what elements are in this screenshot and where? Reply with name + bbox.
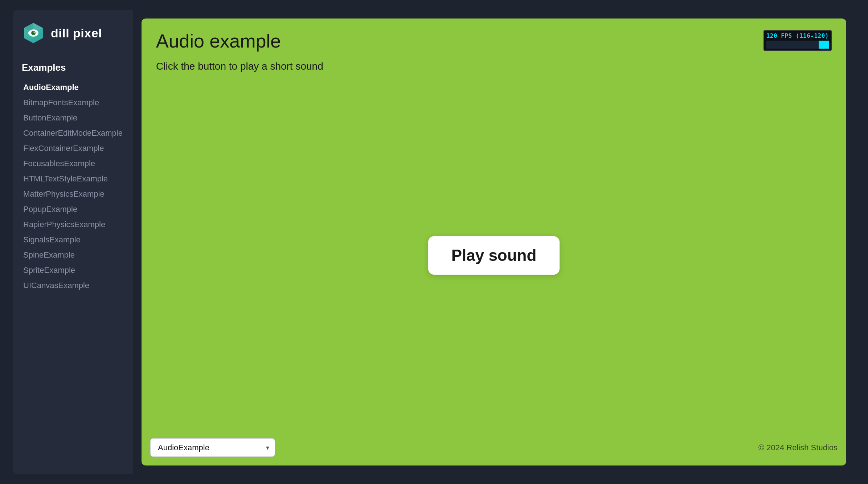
sidebar-item-flex-container[interactable]: FlexContainerExample bbox=[22, 141, 124, 155]
fps-bar bbox=[819, 41, 829, 49]
canvas-area: Audio example 120 FPS (116-120) Click th… bbox=[142, 19, 846, 465]
sidebar-item-audio-example[interactable]: AudioExample bbox=[22, 81, 124, 94]
sidebar: dill pixel Examples AudioExample BitmapF… bbox=[13, 10, 133, 474]
sidebar-item-focusables[interactable]: FocusablesExample bbox=[22, 157, 124, 171]
sidebar-nav: AudioExample BitmapFontsExample ButtonEx… bbox=[22, 81, 124, 292]
dill-pixel-logo-icon bbox=[22, 21, 45, 45]
app-container: dill pixel Examples AudioExample BitmapF… bbox=[13, 10, 855, 474]
scene-select-wrapper: AudioExample BitmapFontsExample ButtonEx… bbox=[150, 438, 275, 457]
sidebar-item-html-text[interactable]: HTMLTextStyleExample bbox=[22, 172, 124, 186]
sidebar-item-popup[interactable]: PopupExample bbox=[22, 202, 124, 216]
copyright-text: © 2024 Relish Studios bbox=[758, 443, 838, 452]
fps-counter: 120 FPS (116-120) bbox=[763, 30, 832, 51]
canvas-center-area: Play sound bbox=[142, 79, 846, 431]
sidebar-item-sprite[interactable]: SpriteExample bbox=[22, 263, 124, 277]
canvas-subtitle: Click the button to play a short sound bbox=[142, 61, 846, 72]
scene-select[interactable]: AudioExample BitmapFontsExample ButtonEx… bbox=[150, 438, 275, 457]
sidebar-item-matter-physics[interactable]: MatterPhysicsExample bbox=[22, 187, 124, 201]
canvas-header: Audio example 120 FPS (116-120) bbox=[142, 19, 846, 61]
sidebar-logo: dill pixel bbox=[22, 21, 124, 45]
app-title: dill pixel bbox=[51, 26, 102, 40]
fps-bar-container bbox=[766, 41, 829, 49]
sidebar-item-button[interactable]: ButtonExample bbox=[22, 111, 124, 125]
main-content: Audio example 120 FPS (116-120) Click th… bbox=[133, 10, 855, 474]
sidebar-section-title: Examples bbox=[22, 62, 124, 73]
sidebar-item-bitmap-fonts[interactable]: BitmapFontsExample bbox=[22, 96, 124, 110]
play-sound-button[interactable]: Play sound bbox=[428, 236, 560, 275]
canvas-title: Audio example bbox=[156, 30, 281, 52]
fps-label: 120 FPS (116-120) bbox=[766, 32, 829, 39]
sidebar-item-spine[interactable]: SpineExample bbox=[22, 248, 124, 262]
sidebar-item-signals[interactable]: SignalsExample bbox=[22, 233, 124, 247]
sidebar-item-container-edit[interactable]: ContainerEditModeExample bbox=[22, 126, 124, 140]
sidebar-item-ui-canvas[interactable]: UICanvasExample bbox=[22, 279, 124, 292]
canvas-footer: AudioExample BitmapFontsExample ButtonEx… bbox=[142, 431, 846, 465]
sidebar-item-rapier-physics[interactable]: RapierPhysicsExample bbox=[22, 218, 124, 231]
